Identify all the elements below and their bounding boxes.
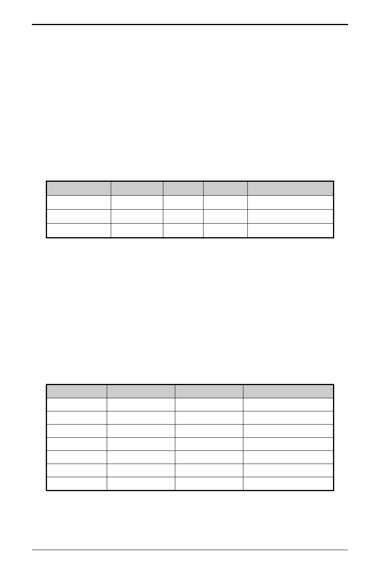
table1-cell bbox=[204, 210, 248, 224]
table1-header-cell bbox=[204, 181, 248, 196]
table2-cell bbox=[175, 477, 243, 491]
table1-cell bbox=[204, 196, 248, 210]
table-row bbox=[47, 464, 334, 477]
table2-cell bbox=[175, 451, 243, 464]
table1-header-row bbox=[47, 181, 334, 196]
table2-cell bbox=[175, 438, 243, 451]
table2-header-cell bbox=[175, 385, 243, 398]
table2-cell bbox=[107, 438, 175, 451]
table-row bbox=[47, 451, 334, 464]
table1-header-cell bbox=[111, 181, 163, 196]
table1-cell bbox=[111, 210, 163, 224]
table2-cell bbox=[243, 451, 334, 464]
table2-header-cell bbox=[243, 385, 334, 398]
table1-container bbox=[46, 181, 334, 238]
content-spacer-2 bbox=[32, 250, 348, 372]
table1-cell bbox=[111, 196, 163, 210]
table-row bbox=[47, 196, 334, 210]
table2-cell bbox=[47, 425, 107, 438]
table1-cell bbox=[248, 224, 334, 238]
table-row bbox=[47, 477, 334, 491]
table1-cell bbox=[163, 196, 204, 210]
table1-cell bbox=[47, 210, 111, 224]
table-row bbox=[47, 411, 334, 425]
table1-header-cell bbox=[248, 181, 334, 196]
table1-cell bbox=[163, 224, 204, 238]
table-row bbox=[47, 224, 334, 238]
table2-header-cell bbox=[47, 385, 107, 398]
table2-cell bbox=[47, 451, 107, 464]
table2-cell bbox=[175, 425, 243, 438]
table2-cell bbox=[107, 477, 175, 491]
table2-cell bbox=[107, 425, 175, 438]
table2-cell bbox=[243, 464, 334, 477]
table2-cell bbox=[243, 477, 334, 491]
table1-cell bbox=[47, 196, 111, 210]
table1-cell bbox=[248, 196, 334, 210]
table1-cell bbox=[47, 224, 111, 238]
table1-cell bbox=[111, 224, 163, 238]
table-row bbox=[47, 398, 334, 411]
table2-cell bbox=[47, 464, 107, 477]
table-row bbox=[47, 210, 334, 224]
table2-cell bbox=[107, 411, 175, 425]
table2-container bbox=[46, 384, 334, 491]
table2-cell bbox=[243, 411, 334, 425]
table2-cell bbox=[107, 464, 175, 477]
table1-header-cell bbox=[163, 181, 204, 196]
bottom-rule bbox=[32, 550, 348, 550]
table1 bbox=[46, 181, 334, 238]
table2-cell bbox=[47, 477, 107, 491]
table2-cell bbox=[175, 464, 243, 477]
table1-cell bbox=[204, 224, 248, 238]
table1-header-cell bbox=[47, 181, 111, 196]
table1-cell bbox=[248, 210, 334, 224]
table2-cell bbox=[47, 398, 107, 411]
table-row bbox=[47, 425, 334, 438]
table2 bbox=[46, 384, 334, 491]
table2-cell bbox=[243, 425, 334, 438]
content-spacer-1 bbox=[32, 37, 348, 169]
table2-cell bbox=[47, 411, 107, 425]
table-row bbox=[47, 438, 334, 451]
table2-cell bbox=[243, 398, 334, 411]
top-rule bbox=[32, 24, 348, 25]
table2-cell bbox=[175, 398, 243, 411]
table2-cell bbox=[175, 411, 243, 425]
table1-cell bbox=[163, 210, 204, 224]
table2-cell bbox=[243, 438, 334, 451]
table2-cell bbox=[107, 451, 175, 464]
table2-cell bbox=[47, 438, 107, 451]
table2-header-cell bbox=[107, 385, 175, 398]
table2-header-row bbox=[47, 385, 334, 398]
table2-cell bbox=[107, 398, 175, 411]
